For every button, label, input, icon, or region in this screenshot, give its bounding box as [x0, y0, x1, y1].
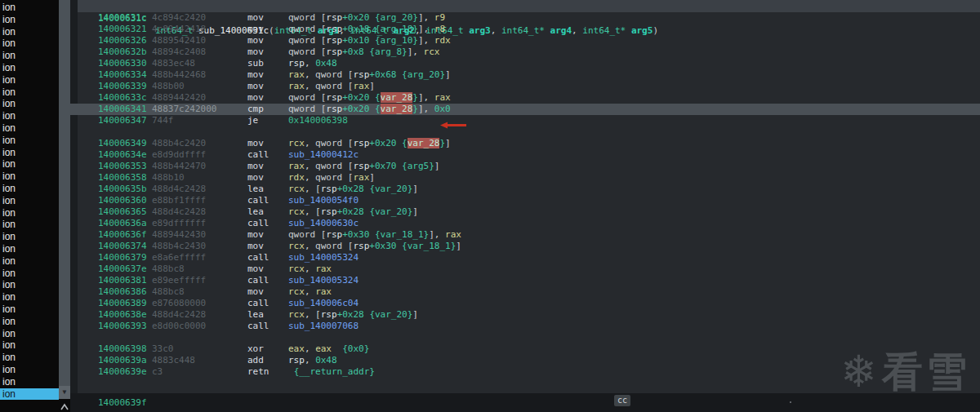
asm-token: rax — [288, 69, 305, 80]
sidebar-item[interactable]: ion — [0, 110, 59, 122]
address[interactable]: 14000639f — [98, 397, 147, 408]
disasm-row[interactable]: 140006349488b4c2420movrcx, qword [rsp+0x… — [70, 138, 980, 149]
asm-token — [369, 92, 375, 103]
disasm-row[interactable]: 14000636f4889442430movqword [rsp+0x30 {v… — [70, 229, 980, 241]
disasm-row[interactable]: 14000637e488bc8movrcx, rax — [70, 264, 980, 275]
disasm-row[interactable]: 14000638e488d4c2428learcx, [rsp+0x28 {va… — [70, 309, 980, 321]
disasm-row[interactable]: 140006347744fje0x140006398 — [70, 115, 980, 126]
opcode-bytes: 4c894c2420 — [152, 12, 206, 24]
disasm-row[interactable]: 140006379e8a6efffffcallsub_140005324 — [70, 252, 980, 264]
asm-token: rsp — [326, 12, 342, 23]
asm-token: { — [375, 104, 381, 114]
asm-token: +0x20 — [342, 12, 369, 23]
sidebar-item[interactable]: ion — [0, 62, 59, 74]
disasm-row[interactable]: 1400063264889542410movqword [rsp+0x10 {a… — [70, 35, 980, 47]
sidebar-item[interactable]: ion — [0, 171, 59, 183]
sidebar-item[interactable]: ion — [0, 183, 59, 195]
disasm-row[interactable]: 140006374488b4c2430movrcx, qword [rsp+0x… — [70, 241, 980, 252]
asm-token: rsp — [353, 241, 369, 251]
sidebar-item[interactable]: ion — [0, 279, 59, 291]
mnemonic: mov — [247, 229, 264, 241]
highlighted-var: var_28 — [381, 92, 413, 103]
sidebar-item[interactable]: ion — [0, 147, 59, 159]
function-ref[interactable]: sub_14000630c — [288, 218, 359, 228]
sidebar-item[interactable]: ion — [0, 291, 59, 303]
splitter-bar[interactable] — [59, 0, 70, 412]
sidebar-item[interactable]: ion — [0, 219, 59, 231]
asm-token — [288, 366, 294, 377]
function-ref[interactable]: sub_14000412c — [288, 149, 359, 160]
function-list-sidebar[interactable]: ionionionionionionionionionionionionioni… — [0, 0, 59, 412]
sidebar-item[interactable]: ion — [0, 376, 59, 388]
disasm-row[interactable]: 140006389e876080000callsub_140006c04 — [70, 298, 980, 309]
disasm-row[interactable]: 14000633c4889442420movqword [rsp+0x20 {v… — [70, 92, 980, 104]
chevron-down-icon[interactable]: ▼ — [59, 386, 70, 399]
sidebar-item[interactable]: ion — [0, 135, 59, 147]
disasm-row[interactable]: 140006360e88bf1ffffcallsub_1400054f0 — [70, 195, 980, 206]
opcode-bytes: e8d9ddffff — [152, 149, 206, 161]
disasm-row[interactable]: 140006334488b442468movrax, qword [rsp+0x… — [70, 69, 980, 81]
sidebar-item[interactable]: ion — [0, 255, 59, 268]
sidebar-item[interactable]: ion — [0, 243, 59, 255]
sidebar-item[interactable]: ion — [0, 14, 59, 26]
code-ref[interactable]: 0x140006398 — [288, 115, 348, 126]
disasm-row[interactable]: 1400063214c89442418movqword [rsp+0x18 {a… — [70, 24, 980, 35]
disasm-row[interactable]: 14000631c4c894c2420movqword [rsp+0x20 {a… — [70, 12, 980, 24]
opcode-bytes: 4889542410 — [152, 35, 206, 47]
function-ref[interactable]: sub_1400054f0 — [288, 195, 359, 206]
disasm-row[interactable]: 140006353488b442470movrax, qword [rsp+0x… — [70, 161, 980, 172]
sidebar-item[interactable]: ion — [0, 158, 59, 171]
function-ref[interactable]: sub_140005324 — [288, 275, 359, 286]
sidebar-item[interactable]: ion — [0, 38, 59, 50]
operands: qword [rsp+0x18 {arg_18}], r8 — [288, 24, 445, 35]
sidebar-item[interactable]: ion — [0, 339, 59, 352]
disasm-row[interactable]: 14000634148837c242000cmpqword [rsp+0x20 … — [70, 104, 980, 115]
sidebar-item[interactable]: ion — [0, 231, 59, 243]
sidebar-item[interactable]: ion — [0, 26, 59, 38]
sidebar-item[interactable]: ion — [0, 352, 59, 364]
sidebar-item[interactable]: ion — [0, 122, 59, 135]
sidebar-item[interactable]: ion — [0, 195, 59, 207]
sidebar-item[interactable]: ion — [0, 2, 59, 14]
sidebar-item[interactable]: ion — [0, 388, 59, 401]
asm-token: ], — [418, 92, 434, 103]
address: 140006321 — [98, 24, 147, 35]
function-ref[interactable]: sub_140007068 — [288, 321, 359, 331]
sidebar-item[interactable]: ion — [0, 74, 59, 86]
asm-token — [369, 104, 375, 114]
asm-token — [369, 35, 375, 46]
sidebar-list: ionionionionionionionionionionionionioni… — [0, 2, 59, 400]
disasm-row[interactable]: 140006339488b00movrax, qword [rax] — [70, 81, 980, 92]
sidebar-item[interactable]: ion — [0, 316, 59, 328]
sidebar-item[interactable]: ion — [0, 268, 59, 280]
sidebar-item[interactable]: ion — [0, 364, 59, 376]
disasm-row[interactable]: 14000636ae89dffffffcallsub_14000630c — [70, 218, 980, 229]
opcode-bytes: 4889442420 — [152, 92, 206, 104]
disasm-row[interactable]: 14000635b488d4c2428learcx, [rsp+0x28 {va… — [70, 184, 980, 195]
sidebar-item[interactable]: ion — [0, 207, 59, 219]
function-signature-row[interactable]: 14000631c int64_t sub_14000631c(int64_t … — [78, 0, 980, 12]
function-ref[interactable]: sub_140005324 — [288, 252, 359, 263]
chevron-up-icon[interactable] — [60, 403, 69, 411]
sidebar-item[interactable]: ion — [0, 328, 59, 340]
sidebar-item[interactable]: ion — [0, 303, 59, 316]
disasm-row[interactable]: 140006386488bc8movrcx, rax — [70, 286, 980, 298]
asm-token: ] — [369, 81, 375, 91]
mnemonic: mov — [247, 12, 264, 24]
blank-row — [70, 332, 980, 343]
function-ref[interactable]: sub_140006c04 — [288, 298, 359, 308]
sidebar-item[interactable]: ion — [0, 98, 59, 110]
disasm-row[interactable]: 140006365488d4c2428learcx, [rsp+0x28 {va… — [70, 206, 980, 218]
sidebar-item[interactable]: ion — [0, 50, 59, 62]
disasm-row[interactable]: 140006358488b10movrdx, qword [rax] — [70, 172, 980, 184]
disasm-row[interactable]: 140006381e89eefffffcallsub_140005324 — [70, 275, 980, 286]
disasm-row[interactable]: 140006393e8d00c0000callsub_140007068 — [70, 321, 980, 332]
disasm-row[interactable]: 14000632b48894c2408movqword [rsp+0x8 {ar… — [70, 47, 980, 58]
disassembly-view[interactable]: 14000631c int64_t sub_14000631c(int64_t … — [70, 0, 980, 412]
address: 140006393 — [98, 321, 147, 332]
sidebar-item[interactable]: ion — [0, 86, 59, 99]
disasm-row[interactable]: 14000634ee8d9ddffffcallsub_14000412c — [70, 149, 980, 161]
disasm-row[interactable]: 1400063304883ec48subrsp, 0x48 — [70, 58, 980, 69]
asm-token: rax — [434, 92, 451, 103]
mnemonic: mov — [247, 92, 264, 104]
